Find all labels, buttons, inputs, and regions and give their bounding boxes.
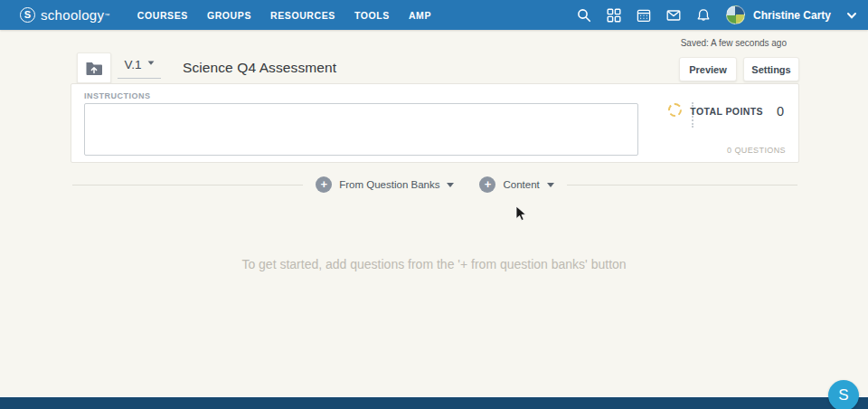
chevron-down-icon[interactable] bbox=[846, 10, 857, 21]
nav-item-groups[interactable]: GROUPS bbox=[197, 10, 260, 21]
content-label: Content bbox=[503, 179, 539, 190]
sync-spinner-icon bbox=[668, 103, 682, 117]
apps-grid-icon[interactable] bbox=[607, 8, 621, 23]
folder-up-icon bbox=[85, 61, 103, 76]
total-points-label: TOTAL POINTS bbox=[690, 106, 763, 117]
search-icon[interactable] bbox=[577, 8, 591, 23]
preview-button[interactable]: Preview bbox=[679, 57, 737, 81]
instructions-input[interactable] bbox=[84, 103, 638, 156]
questions-count: 0 QUESTIONS bbox=[727, 146, 786, 155]
caret-down-icon bbox=[547, 183, 554, 187]
empty-state-message: To get started, add questions from the '… bbox=[0, 257, 868, 271]
assessment-editor-page: S schoology™ COURSES GROUPS RESOURCES TO… bbox=[0, 0, 868, 409]
nav-item-resources[interactable]: RESOURCES bbox=[261, 10, 345, 21]
schoology-logo[interactable]: S schoology™ bbox=[20, 7, 109, 23]
notifications-icon[interactable] bbox=[696, 8, 711, 23]
mouse-cursor bbox=[515, 205, 526, 222]
schoology-s-icon: S bbox=[20, 7, 35, 23]
top-navigation-bar: S schoology™ COURSES GROUPS RESOURCES TO… bbox=[0, 0, 868, 30]
assessment-summary-card: INSTRUCTIONS TOTAL POINTS 0 0 QUESTIONS bbox=[71, 83, 799, 163]
brand-name: schoology bbox=[41, 7, 104, 23]
version-label: V.1 bbox=[124, 58, 141, 71]
settings-button[interactable]: Settings bbox=[743, 57, 799, 81]
mail-icon[interactable] bbox=[666, 8, 681, 23]
user-name[interactable]: Christine Carty bbox=[753, 9, 831, 22]
add-row: + From Question Banks + Content bbox=[72, 176, 797, 193]
version-dropdown[interactable]: V.1 bbox=[118, 58, 161, 79]
export-to-resources-button[interactable] bbox=[77, 52, 111, 83]
header-actions: Christine Carty bbox=[577, 0, 857, 30]
support-fab-button[interactable]: S bbox=[828, 380, 859, 409]
nav-item-courses[interactable]: COURSES bbox=[127, 10, 197, 21]
plus-circle-icon: + bbox=[316, 176, 332, 193]
divider-line-right bbox=[567, 185, 797, 185]
nav-item-amp[interactable]: AMP bbox=[399, 10, 440, 21]
plus-circle-icon: + bbox=[479, 176, 495, 193]
bottom-bar bbox=[0, 396, 868, 409]
assessment-title[interactable]: Science Q4 Assessment bbox=[183, 60, 336, 76]
user-avatar[interactable] bbox=[726, 5, 745, 24]
saved-status: Saved: A few seconds ago bbox=[681, 38, 787, 48]
nav-item-tools[interactable]: TOOLS bbox=[344, 10, 399, 21]
total-points-value: 0 bbox=[777, 104, 784, 119]
from-question-banks-label: From Question Banks bbox=[339, 179, 439, 190]
divider-line-left bbox=[72, 185, 303, 185]
trademark-mark: ™ bbox=[104, 13, 109, 18]
primary-nav: COURSES GROUPS RESOURCES TOOLS AMP bbox=[127, 10, 440, 21]
caret-down-icon bbox=[447, 183, 454, 187]
add-content-button[interactable]: + Content bbox=[467, 176, 566, 193]
calendar-icon[interactable] bbox=[637, 8, 651, 23]
total-points: TOTAL POINTS 0 bbox=[690, 104, 784, 119]
add-from-question-banks-button[interactable]: + From Question Banks bbox=[303, 176, 467, 193]
instructions-label: INSTRUCTIONS bbox=[84, 91, 151, 100]
caret-down-icon bbox=[147, 61, 154, 64]
